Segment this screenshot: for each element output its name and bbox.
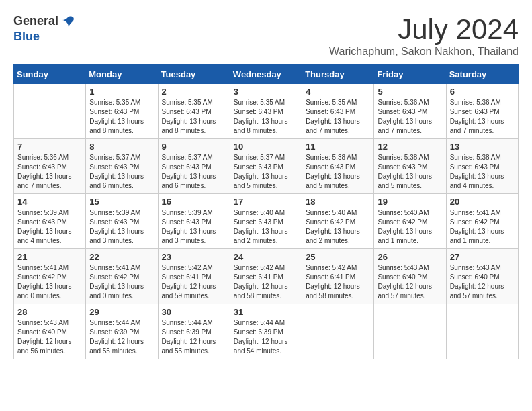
- calendar-cell: 3Sunrise: 5:35 AM Sunset: 6:43 PM Daylig…: [230, 84, 302, 139]
- month-title: July 2024: [329, 13, 519, 46]
- day-number: 3: [234, 87, 298, 97]
- day-info: Sunrise: 5:38 AM Sunset: 6:43 PM Dayligh…: [450, 153, 515, 191]
- day-info: Sunrise: 5:41 AM Sunset: 6:42 PM Dayligh…: [17, 263, 82, 301]
- week-row-2: 7Sunrise: 5:36 AM Sunset: 6:43 PM Daylig…: [14, 139, 519, 194]
- calendar-cell: 11Sunrise: 5:38 AM Sunset: 6:43 PM Dayli…: [302, 139, 374, 194]
- logo-bird-icon: [60, 13, 76, 30]
- day-number: 21: [17, 252, 82, 262]
- weekday-tuesday: Tuesday: [158, 65, 230, 84]
- day-info: Sunrise: 5:43 AM Sunset: 6:40 PM Dayligh…: [378, 263, 442, 301]
- weekday-thursday: Thursday: [302, 65, 374, 84]
- calendar-cell: 8Sunrise: 5:37 AM Sunset: 6:43 PM Daylig…: [86, 139, 158, 194]
- logo-general: General: [13, 14, 58, 29]
- weekday-friday: Friday: [374, 65, 446, 84]
- calendar-cell: 19Sunrise: 5:40 AM Sunset: 6:42 PM Dayli…: [374, 194, 446, 249]
- day-number: 22: [89, 252, 154, 262]
- day-info: Sunrise: 5:36 AM Sunset: 6:43 PM Dayligh…: [450, 98, 515, 136]
- calendar-cell: 4Sunrise: 5:35 AM Sunset: 6:43 PM Daylig…: [302, 84, 374, 139]
- week-row-5: 28Sunrise: 5:43 AM Sunset: 6:40 PM Dayli…: [14, 304, 519, 359]
- day-info: Sunrise: 5:44 AM Sunset: 6:39 PM Dayligh…: [89, 318, 154, 356]
- day-info: Sunrise: 5:43 AM Sunset: 6:40 PM Dayligh…: [17, 318, 82, 356]
- weekday-saturday: Saturday: [446, 65, 518, 84]
- calendar-cell: [14, 84, 86, 139]
- day-info: Sunrise: 5:42 AM Sunset: 6:41 PM Dayligh…: [234, 263, 298, 301]
- day-info: Sunrise: 5:39 AM Sunset: 6:43 PM Dayligh…: [89, 208, 154, 246]
- day-info: Sunrise: 5:42 AM Sunset: 6:41 PM Dayligh…: [306, 263, 370, 301]
- calendar-cell: 1Sunrise: 5:35 AM Sunset: 6:43 PM Daylig…: [86, 84, 158, 139]
- calendar-cell: 17Sunrise: 5:40 AM Sunset: 6:43 PM Dayli…: [230, 194, 302, 249]
- day-info: Sunrise: 5:39 AM Sunset: 6:43 PM Dayligh…: [162, 208, 226, 246]
- day-number: 14: [17, 197, 82, 207]
- weekday-wednesday: Wednesday: [230, 65, 302, 84]
- day-info: Sunrise: 5:38 AM Sunset: 6:43 PM Dayligh…: [306, 153, 370, 191]
- day-number: 29: [89, 307, 154, 317]
- calendar-table: SundayMondayTuesdayWednesdayThursdayFrid…: [13, 64, 519, 359]
- calendar-cell: 9Sunrise: 5:37 AM Sunset: 6:43 PM Daylig…: [158, 139, 230, 194]
- calendar-cell: 14Sunrise: 5:39 AM Sunset: 6:43 PM Dayli…: [14, 194, 86, 249]
- logo: General Blue: [13, 13, 76, 44]
- day-number: 8: [89, 142, 154, 152]
- calendar-cell: 7Sunrise: 5:36 AM Sunset: 6:43 PM Daylig…: [14, 139, 86, 194]
- day-info: Sunrise: 5:44 AM Sunset: 6:39 PM Dayligh…: [162, 318, 226, 356]
- day-info: Sunrise: 5:43 AM Sunset: 6:40 PM Dayligh…: [450, 263, 515, 301]
- day-number: 6: [450, 87, 515, 97]
- day-info: Sunrise: 5:37 AM Sunset: 6:43 PM Dayligh…: [89, 153, 154, 191]
- day-number: 27: [450, 252, 515, 262]
- weekday-header-row: SundayMondayTuesdayWednesdayThursdayFrid…: [14, 65, 519, 84]
- day-info: Sunrise: 5:35 AM Sunset: 6:43 PM Dayligh…: [234, 98, 298, 136]
- day-info: Sunrise: 5:39 AM Sunset: 6:43 PM Dayligh…: [17, 208, 82, 246]
- day-info: Sunrise: 5:42 AM Sunset: 6:41 PM Dayligh…: [162, 263, 226, 301]
- day-info: Sunrise: 5:35 AM Sunset: 6:43 PM Dayligh…: [162, 98, 226, 136]
- calendar-cell: 21Sunrise: 5:41 AM Sunset: 6:42 PM Dayli…: [14, 249, 86, 304]
- calendar-cell: 27Sunrise: 5:43 AM Sunset: 6:40 PM Dayli…: [446, 249, 518, 304]
- day-info: Sunrise: 5:44 AM Sunset: 6:39 PM Dayligh…: [234, 318, 298, 356]
- day-info: Sunrise: 5:38 AM Sunset: 6:43 PM Dayligh…: [378, 153, 442, 191]
- calendar-cell: 2Sunrise: 5:35 AM Sunset: 6:43 PM Daylig…: [158, 84, 230, 139]
- calendar-cell: 5Sunrise: 5:36 AM Sunset: 6:43 PM Daylig…: [374, 84, 446, 139]
- day-number: 9: [162, 142, 226, 152]
- day-info: Sunrise: 5:36 AM Sunset: 6:43 PM Dayligh…: [378, 98, 442, 136]
- day-number: 18: [306, 197, 370, 207]
- week-row-4: 21Sunrise: 5:41 AM Sunset: 6:42 PM Dayli…: [14, 249, 519, 304]
- day-number: 20: [450, 197, 515, 207]
- day-info: Sunrise: 5:37 AM Sunset: 6:43 PM Dayligh…: [234, 153, 298, 191]
- day-number: 25: [306, 252, 370, 262]
- calendar-cell: 28Sunrise: 5:43 AM Sunset: 6:40 PM Dayli…: [14, 304, 86, 359]
- day-number: 15: [89, 197, 154, 207]
- day-number: 1: [89, 87, 154, 97]
- calendar-cell: 30Sunrise: 5:44 AM Sunset: 6:39 PM Dayli…: [158, 304, 230, 359]
- day-info: Sunrise: 5:35 AM Sunset: 6:43 PM Dayligh…: [306, 98, 370, 136]
- day-number: 4: [306, 87, 370, 97]
- calendar-cell: [446, 304, 518, 359]
- day-number: 12: [378, 142, 442, 152]
- calendar-cell: 24Sunrise: 5:42 AM Sunset: 6:41 PM Dayli…: [230, 249, 302, 304]
- weekday-monday: Monday: [86, 65, 158, 84]
- calendar-cell: 22Sunrise: 5:41 AM Sunset: 6:42 PM Dayli…: [86, 249, 158, 304]
- calendar-cell: 29Sunrise: 5:44 AM Sunset: 6:39 PM Dayli…: [86, 304, 158, 359]
- day-info: Sunrise: 5:40 AM Sunset: 6:43 PM Dayligh…: [234, 208, 298, 246]
- calendar-cell: 20Sunrise: 5:41 AM Sunset: 6:42 PM Dayli…: [446, 194, 518, 249]
- day-number: 2: [162, 87, 226, 97]
- calendar-cell: 25Sunrise: 5:42 AM Sunset: 6:41 PM Dayli…: [302, 249, 374, 304]
- day-number: 17: [234, 197, 298, 207]
- day-number: 10: [234, 142, 298, 152]
- week-row-1: 1Sunrise: 5:35 AM Sunset: 6:43 PM Daylig…: [14, 84, 519, 139]
- day-info: Sunrise: 5:36 AM Sunset: 6:43 PM Dayligh…: [17, 153, 82, 191]
- day-number: 23: [162, 252, 226, 262]
- location-title: Warichaphum, Sakon Nakhon, Thailand: [329, 46, 519, 58]
- week-row-3: 14Sunrise: 5:39 AM Sunset: 6:43 PM Dayli…: [14, 194, 519, 249]
- calendar-cell: 15Sunrise: 5:39 AM Sunset: 6:43 PM Dayli…: [86, 194, 158, 249]
- calendar-cell: 16Sunrise: 5:39 AM Sunset: 6:43 PM Dayli…: [158, 194, 230, 249]
- calendar-cell: 23Sunrise: 5:42 AM Sunset: 6:41 PM Dayli…: [158, 249, 230, 304]
- day-number: 31: [234, 307, 298, 317]
- calendar-cell: [374, 304, 446, 359]
- calendar-cell: [302, 304, 374, 359]
- day-info: Sunrise: 5:41 AM Sunset: 6:42 PM Dayligh…: [89, 263, 154, 301]
- day-number: 13: [450, 142, 515, 152]
- calendar-cell: 10Sunrise: 5:37 AM Sunset: 6:43 PM Dayli…: [230, 139, 302, 194]
- calendar-cell: 26Sunrise: 5:43 AM Sunset: 6:40 PM Dayli…: [374, 249, 446, 304]
- calendar-cell: 18Sunrise: 5:40 AM Sunset: 6:42 PM Dayli…: [302, 194, 374, 249]
- day-number: 16: [162, 197, 226, 207]
- day-number: 19: [378, 197, 442, 207]
- day-number: 24: [234, 252, 298, 262]
